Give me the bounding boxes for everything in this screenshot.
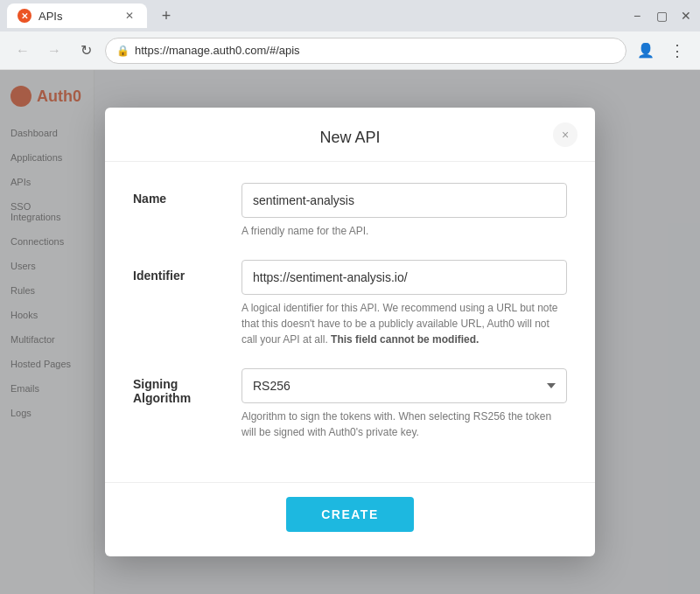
refresh-button[interactable]: ↻: [74, 38, 98, 63]
browser-titlebar: APIs ✕ + − ▢ ✕: [0, 0, 700, 31]
signing-algorithm-select[interactable]: RS256 HS256: [242, 368, 567, 403]
identifier-label-col: Identifier: [133, 260, 220, 347]
back-button[interactable]: ←: [10, 38, 35, 63]
signing-algorithm-label-col: SigningAlgorithm: [133, 368, 220, 440]
tab-title: APIs: [38, 10, 62, 23]
identifier-help-text: A logical identifier for this API. We re…: [242, 300, 567, 347]
profile-icon[interactable]: 👤: [634, 38, 658, 63]
minimize-button[interactable]: −: [630, 9, 644, 23]
address-bar[interactable]: 🔒 https://manage.auth0.com/#/apis: [105, 38, 626, 64]
lock-icon: 🔒: [116, 45, 130, 57]
modal-title: New API: [319, 129, 380, 147]
signing-algorithm-help-text: Algorithm to sign the tokens with. When …: [242, 409, 567, 440]
name-content-col: A friendly name for the API.: [242, 183, 567, 239]
name-label-col: Name: [133, 183, 220, 239]
modal-close-button[interactable]: ×: [553, 122, 578, 147]
new-tab-button[interactable]: +: [154, 3, 178, 28]
window-controls: − ▢ ✕: [630, 9, 693, 23]
url-text: https://manage.auth0.com/#/apis: [135, 44, 615, 57]
forward-button[interactable]: →: [42, 38, 66, 63]
browser-tab[interactable]: APIs ✕: [7, 3, 147, 28]
menu-icon[interactable]: ⋮: [665, 38, 690, 63]
new-api-modal: New API × Name A friendly name for the A…: [105, 108, 595, 556]
modal-body: Name A friendly name for the API. Identi…: [105, 162, 595, 482]
signing-algorithm-content-col: RS256 HS256 Algorithm to sign the tokens…: [242, 368, 567, 440]
browser-toolbar: ← → ↻ 🔒 https://manage.auth0.com/#/apis …: [0, 31, 700, 70]
identifier-input[interactable]: [242, 260, 567, 295]
identifier-label: Identifier: [133, 269, 185, 283]
modal-footer: CREATE: [105, 482, 595, 556]
modal-header: New API ×: [105, 108, 595, 162]
identifier-content-col: A logical identifier for this API. We re…: [242, 260, 567, 347]
maximize-button[interactable]: ▢: [654, 9, 668, 23]
tab-close-button[interactable]: ✕: [122, 9, 136, 23]
signing-algorithm-form-group: SigningAlgorithm RS256 HS256 Algorithm t…: [133, 368, 567, 440]
name-label: Name: [133, 192, 166, 206]
name-form-group: Name A friendly name for the API.: [133, 183, 567, 239]
identifier-form-group: Identifier A logical identifier for this…: [133, 260, 567, 347]
name-input[interactable]: [242, 183, 567, 218]
modal-overlay: New API × Name A friendly name for the A…: [0, 70, 700, 594]
close-window-button[interactable]: ✕: [679, 9, 693, 23]
tab-favicon: [18, 9, 32, 23]
create-button[interactable]: CREATE: [286, 497, 414, 532]
name-help-text: A friendly name for the API.: [242, 223, 567, 239]
signing-algorithm-label: SigningAlgorithm: [133, 377, 191, 405]
